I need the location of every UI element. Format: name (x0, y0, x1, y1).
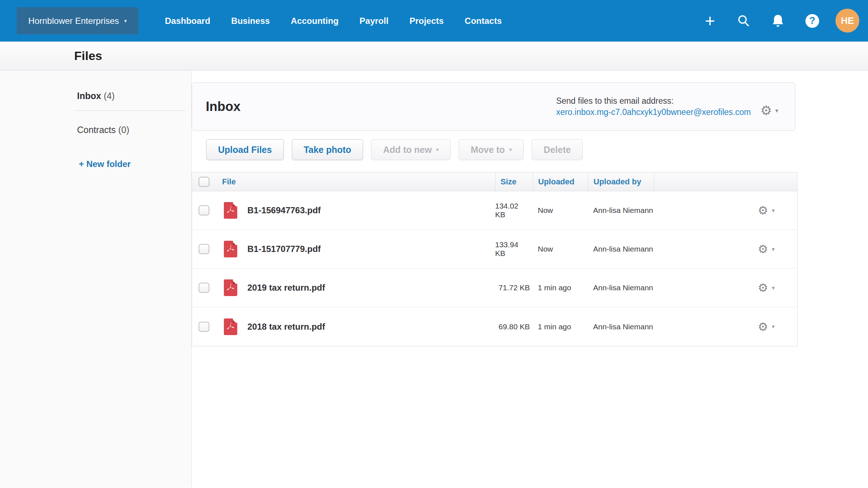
take-photo-button[interactable]: Take photo (292, 139, 363, 160)
file-name-link[interactable]: B1-151707779.pdf (247, 244, 321, 254)
chevron-down-icon: ▾ (509, 146, 512, 153)
pdf-file-icon (224, 241, 237, 257)
search-button[interactable] (736, 0, 752, 42)
avatar[interactable]: HE (835, 9, 859, 33)
file-size: 133.94 KB (495, 240, 530, 258)
main-nav: Dashboard Business Accounting Payroll Pr… (165, 0, 502, 42)
file-name-link[interactable]: 2019 tax return.pdf (247, 283, 325, 293)
column-header-uploaded-by: Uploaded by (588, 172, 654, 191)
gear-icon: ⚙ (760, 104, 772, 117)
row-settings-button[interactable]: ⚙ (758, 321, 768, 333)
nav-item-business[interactable]: Business (231, 16, 270, 26)
avatar-initials: HE (841, 15, 854, 26)
panel-title: Inbox (206, 99, 241, 114)
row-checkbox[interactable] (199, 205, 209, 215)
pdf-file-icon (224, 202, 237, 219)
sidebar-item-contracts[interactable]: Contracts (0) (77, 125, 129, 135)
plus-icon: + (705, 13, 715, 29)
chevron-down-icon[interactable]: ▾ (772, 323, 775, 330)
row-settings-button[interactable]: ⚙ (758, 282, 768, 294)
send-files-texts: Send files to this email address: xero.i… (556, 95, 751, 118)
file-name-link[interactable]: 2018 tax return.pdf (247, 322, 325, 332)
file-size: 134.02 KB (495, 202, 530, 219)
file-uploaded: Now (538, 245, 553, 253)
send-files-group: Send files to this email address: xero.i… (556, 95, 778, 118)
row-settings-button[interactable]: ⚙ (758, 205, 768, 216)
chevron-down-icon: ▾ (124, 18, 127, 24)
upload-files-button[interactable]: Upload Files (206, 139, 284, 160)
select-all-checkbox[interactable] (199, 177, 209, 187)
bell-icon (770, 13, 786, 29)
sidebar-inbox-label: Inbox (77, 91, 101, 101)
table-row: B1-156947763.pdf 134.02 KB Now Ann-lisa … (192, 191, 797, 230)
notifications-button[interactable] (770, 0, 786, 42)
new-folder-button[interactable]: + New folder (79, 159, 131, 169)
org-name: Hornblower Enterprises (28, 16, 119, 26)
sidebar-divider (74, 110, 186, 111)
file-size: 69.80 KB (499, 322, 530, 331)
file-size: 71.72 KB (499, 283, 530, 292)
table-row: 2018 tax return.pdf 69.80 KB 1 min ago A… (192, 307, 797, 346)
add-to-new-button[interactable]: Add to new ▾ (371, 139, 451, 160)
move-to-button[interactable]: Move to ▾ (459, 139, 524, 160)
chevron-down-icon[interactable]: ▾ (772, 284, 775, 291)
row-checkbox[interactable] (199, 322, 209, 332)
page-header: Files (0, 42, 868, 70)
inbox-panel-header: Inbox Send files to this email address: … (192, 82, 795, 131)
nav-item-projects[interactable]: Projects (409, 16, 444, 26)
search-icon (736, 14, 751, 28)
row-checkbox[interactable] (199, 244, 209, 254)
sidebar-contracts-count: (0) (118, 125, 129, 135)
org-switcher-button[interactable]: Hornblower Enterprises ▾ (17, 7, 139, 34)
column-header-size: Size (495, 172, 533, 191)
file-uploaded-by: Ann-lisa Niemann (593, 206, 653, 215)
help-button[interactable]: ? (804, 0, 820, 42)
question-mark-icon: ? (805, 14, 819, 28)
files-toolbar: Upload Files Take photo Add to new ▾ Mov… (206, 139, 583, 160)
delete-button[interactable]: Delete (532, 139, 583, 160)
sidebar-contracts-label: Contracts (77, 125, 116, 135)
pdf-file-icon (224, 279, 237, 296)
content-area: Inbox (4) Contracts (0) + New folder Inb… (0, 70, 868, 488)
chevron-down-icon[interactable]: ▾ (772, 207, 775, 214)
column-header-uploaded: Uploaded (533, 172, 588, 191)
nav-item-accounting[interactable]: Accounting (291, 16, 339, 26)
nav-item-payroll[interactable]: Payroll (359, 16, 388, 26)
pdf-file-icon (224, 318, 237, 335)
nav-item-dashboard[interactable]: Dashboard (165, 16, 210, 26)
file-uploaded: 1 min ago (538, 322, 571, 331)
top-navigation-bar: Hornblower Enterprises ▾ Dashboard Busin… (0, 0, 868, 42)
file-uploaded-by: Ann-lisa Niemann (593, 283, 653, 292)
sidebar-inbox-count: (4) (104, 91, 115, 101)
sidebar-item-inbox[interactable]: Inbox (4) (77, 91, 115, 101)
table-row: 2019 tax return.pdf 71.72 KB 1 min ago A… (192, 269, 797, 307)
header-checkbox-cell (192, 172, 217, 191)
row-settings-button[interactable]: ⚙ (758, 243, 768, 255)
files-table: File Size Uploaded Uploaded by B1-156947… (192, 172, 797, 346)
add-new-button[interactable]: + (702, 0, 718, 42)
column-header-file: File (217, 172, 495, 191)
table-header-row: File Size Uploaded Uploaded by (192, 172, 797, 191)
table-row: B1-151707779.pdf 133.94 KB Now Ann-lisa … (192, 230, 797, 269)
chevron-down-icon[interactable]: ▾ (772, 246, 775, 253)
email-settings-button[interactable]: ⚙ ▾ (760, 104, 778, 118)
chevron-down-icon: ▾ (775, 107, 778, 115)
row-checkbox[interactable] (199, 283, 209, 293)
file-uploaded: 1 min ago (538, 283, 571, 292)
file-uploaded-by: Ann-lisa Niemann (593, 322, 653, 331)
file-uploaded: Now (538, 206, 553, 215)
file-uploaded-by: Ann-lisa Niemann (593, 245, 653, 253)
chevron-down-icon: ▾ (436, 146, 439, 153)
column-header-actions (654, 172, 797, 191)
file-name-link[interactable]: B1-156947763.pdf (247, 205, 321, 215)
send-files-label: Send files to this email address: (556, 95, 751, 106)
nav-item-contacts[interactable]: Contacts (465, 16, 502, 26)
page-title: Files (74, 49, 102, 63)
inbox-email-link[interactable]: xero.inbox.mg-c7.0ahcxyk1y0bwneer@xerofi… (556, 106, 751, 118)
